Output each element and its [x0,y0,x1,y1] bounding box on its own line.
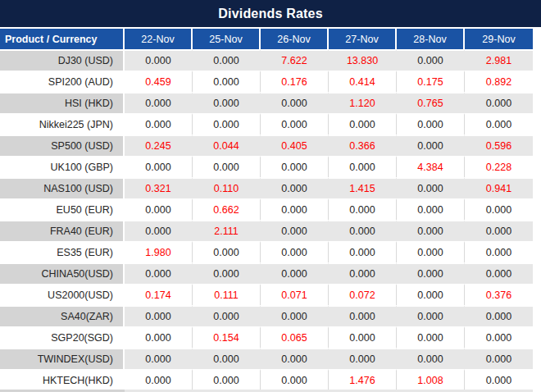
dividends-rates-table: Product / Currency22-Nov25-Nov26-Nov27-N… [0,29,533,390]
dividend-value-cell: 0.000 [261,305,329,326]
table-row: UK100 (GBP)0.0000.0000.0000.0004.3840.22… [0,156,533,177]
dividend-value-cell: 0.000 [261,198,329,220]
table-row: SA40(ZAR)0.0000.0000.0000.0000.0000.000 [0,305,533,326]
product-name-cell: UK100 (GBP) [0,156,125,177]
dividend-value-cell: 1.476 [329,369,397,390]
product-name-cell: SGP20(SGD) [0,326,125,348]
dividend-value-cell: 0.000 [329,305,397,326]
dividend-value-cell: 0.000 [329,348,397,369]
dividend-value-cell: 0.000 [397,326,465,348]
dividend-value-cell: 0.000 [329,262,397,284]
dividend-value-cell: 0.000 [125,326,193,348]
product-name-cell: SA40(ZAR) [0,305,125,326]
dividend-value-cell: 0.000 [329,241,397,262]
table-row: FRA40 (EUR)0.0002.1110.0000.0000.0000.00… [0,220,533,241]
dividend-value-cell: 0.000 [125,92,193,113]
date-column-header: 28-Nov [397,29,465,49]
product-name-cell: Nikkei225 (JPN) [0,113,125,134]
dividend-value-cell: 0.000 [125,156,193,177]
table-row: SGP20(SGD)0.0000.1540.0650.0000.0000.000 [0,326,533,348]
dividend-value-cell: 0.000 [193,156,261,177]
dividend-value-cell: 0.000 [465,113,533,134]
dividend-value-cell: 0.892 [465,71,533,92]
table-row: Nikkei225 (JPN)0.0000.0000.0000.0000.000… [0,113,533,134]
dividend-value-cell: 0.000 [125,198,193,220]
dividend-value-cell: 0.000 [193,348,261,369]
dividend-value-cell: 0.000 [329,326,397,348]
table-row: NAS100 (USD)0.3210.1100.0001.4150.0000.9… [0,177,533,198]
dividend-value-cell: 0.000 [193,92,261,113]
dividend-value-cell: 0.000 [193,71,261,92]
dividend-value-cell: 0.000 [397,177,465,198]
table-row: SP500 (USD)0.2450.0440.4050.3660.0000.59… [0,134,533,156]
dividend-value-cell: 0.000 [261,220,329,241]
dividends-rates-panel: Dividends Rates Product / Currency22-Nov… [0,0,541,392]
dividend-value-cell: 0.000 [261,92,329,113]
dividend-value-cell: 2.981 [465,49,533,71]
product-name-cell: TWINDEX(USD) [0,348,125,369]
dividend-value-cell: 0.000 [465,241,533,262]
dividend-value-cell: 0.072 [329,284,397,305]
dividend-value-cell: 0.000 [397,241,465,262]
dividend-value-cell: 0.000 [397,49,465,71]
dividend-value-cell: 0.245 [125,134,193,156]
product-name-cell: EU50 (EUR) [0,198,125,220]
table-row: CHINA50(USD)0.0000.0000.0000.0000.0000.0… [0,262,533,284]
dividend-value-cell: 2.111 [193,220,261,241]
date-column-header: 27-Nov [329,29,397,49]
dividend-value-cell: 4.384 [397,156,465,177]
dividend-value-cell: 0.000 [125,305,193,326]
dividend-value-cell: 0.000 [193,113,261,134]
dividend-value-cell: 0.000 [397,134,465,156]
product-name-cell: HSI (HKD) [0,92,125,113]
dividend-value-cell: 0.000 [125,113,193,134]
table-body: DJ30 (USD)0.0000.0007.62213.8300.0002.98… [0,49,533,390]
dividend-value-cell: 0.405 [261,134,329,156]
dividend-value-cell: 0.000 [261,262,329,284]
dividend-value-cell: 0.000 [261,156,329,177]
dividend-value-cell: 0.000 [125,369,193,390]
dividend-value-cell: 0.000 [329,156,397,177]
dividend-value-cell: 0.176 [261,71,329,92]
dividend-value-cell: 0.596 [465,134,533,156]
dividend-value-cell: 7.622 [261,49,329,71]
dividend-value-cell: 0.174 [125,284,193,305]
dividend-value-cell: 1.008 [397,369,465,390]
dividend-value-cell: 0.000 [193,262,261,284]
dividend-value-cell: 0.000 [397,348,465,369]
dividend-value-cell: 0.765 [397,92,465,113]
table-row: ES35 (EUR)1.9800.0000.0000.0000.0000.000 [0,241,533,262]
dividend-value-cell: 0.044 [193,134,261,156]
dividend-value-cell: 0.941 [465,177,533,198]
dividend-value-cell: 0.000 [465,348,533,369]
dividend-value-cell: 0.000 [465,92,533,113]
dividend-value-cell: 0.000 [329,198,397,220]
dividend-value-cell: 0.000 [465,262,533,284]
dividend-value-cell: 0.000 [397,113,465,134]
header-row: Product / Currency22-Nov25-Nov26-Nov27-N… [0,29,533,49]
dividend-value-cell: 0.110 [193,177,261,198]
dividend-value-cell: 0.000 [261,348,329,369]
dividend-value-cell: 1.980 [125,241,193,262]
dividend-value-cell: 0.000 [465,220,533,241]
table-row: TWINDEX(USD)0.0000.0000.0000.0000.0000.0… [0,348,533,369]
table-row: EU50 (EUR)0.0000.6620.0000.0000.0000.000 [0,198,533,220]
dividend-value-cell: 0.459 [125,71,193,92]
dividend-value-cell: 0.366 [329,134,397,156]
dividend-value-cell: 13.830 [329,49,397,71]
product-name-cell: NAS100 (USD) [0,177,125,198]
dividend-value-cell: 0.000 [329,113,397,134]
date-column-header: 29-Nov [465,29,533,49]
dividend-value-cell: 0.000 [193,369,261,390]
product-name-cell: CHINA50(USD) [0,262,125,284]
product-name-cell: FRA40 (EUR) [0,220,125,241]
dividend-value-cell: 0.111 [193,284,261,305]
dividend-value-cell: 1.415 [329,177,397,198]
dividend-value-cell: 0.000 [125,220,193,241]
dividend-value-cell: 0.000 [261,241,329,262]
dividend-value-cell: 0.000 [329,220,397,241]
date-column-header: 26-Nov [261,29,329,49]
dividend-value-cell: 0.154 [193,326,261,348]
table-row: US2000(USD)0.1740.1110.0710.0720.0000.37… [0,284,533,305]
product-name-cell: ES35 (EUR) [0,241,125,262]
